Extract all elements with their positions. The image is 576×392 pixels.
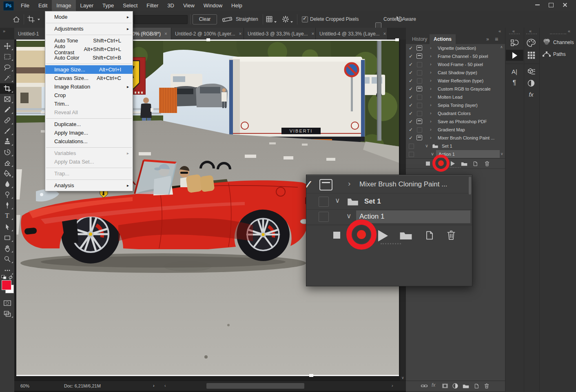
- menu-item-calculations[interactable]: Calculations...: [45, 137, 133, 146]
- minimize-button[interactable]: [530, 0, 544, 10]
- overlay-grid-icon[interactable]: [265, 15, 273, 25]
- new-group-icon[interactable]: [462, 383, 470, 389]
- menu-3d[interactable]: 3D: [163, 0, 179, 11]
- play-button[interactable]: [378, 230, 388, 241]
- status-expand-icon[interactable]: ›: [153, 383, 155, 388]
- new-set-button[interactable]: [399, 230, 413, 241]
- delete-button[interactable]: [484, 160, 490, 167]
- menu-item-image-size[interactable]: Image Size...Alt+Ctrl+I: [45, 65, 133, 74]
- 3d-panel-icon[interactable]: [525, 66, 537, 77]
- menu-item-trim[interactable]: Trim...: [45, 100, 133, 108]
- panel-expand-icon[interactable]: »: [486, 36, 489, 42]
- adjustments-panel-icon[interactable]: [526, 78, 536, 88]
- overlay-action-row[interactable]: ✓ › Mixer Brush Cloning Paint ...: [306, 177, 472, 193]
- tab-close-icon[interactable]: ×: [312, 31, 315, 37]
- delete-layer-icon[interactable]: [484, 383, 490, 389]
- menu-view[interactable]: View: [179, 0, 199, 11]
- rail1-collapse-icon[interactable]: «: [512, 29, 515, 33]
- toggle-box[interactable]: [319, 197, 329, 207]
- swatches-panel-icon[interactable]: [526, 50, 536, 60]
- action-row[interactable]: ✓›Gradient Map: [406, 126, 505, 134]
- delete-button[interactable]: [446, 229, 456, 241]
- straighten-icon[interactable]: [222, 16, 233, 24]
- action-row[interactable]: ✓›Water Reflection (type): [406, 77, 505, 85]
- menu-file[interactable]: File: [16, 0, 34, 11]
- tab-actions[interactable]: Actions: [430, 34, 456, 44]
- character-panel-icon[interactable]: A|: [508, 66, 521, 76]
- eyedropper-tool[interactable]: [0, 104, 14, 115]
- tab-history[interactable]: History: [408, 34, 431, 44]
- screen-mode-icon[interactable]: [0, 308, 14, 319]
- quick-selection-tool[interactable]: [0, 73, 14, 83]
- overlay-scrollbar-thumb[interactable]: [469, 177, 471, 195]
- tab-close-icon[interactable]: ×: [383, 31, 386, 37]
- new-layer-icon[interactable]: [474, 383, 480, 389]
- new-action-button[interactable]: [424, 230, 435, 241]
- menu-item-canvas-size[interactable]: Canvas Size...Alt+Ctrl+C: [45, 74, 133, 82]
- clear-button[interactable]: Clear: [193, 14, 217, 24]
- scroll-right-icon[interactable]: ›: [392, 383, 393, 388]
- scroll-down-icon[interactable]: ∨: [401, 376, 404, 380]
- collapse-icon[interactable]: ∨: [346, 212, 351, 220]
- frame-tool[interactable]: [0, 94, 14, 104]
- scroll-left-icon[interactable]: ‹: [164, 383, 166, 388]
- toolbar-collapse-icon[interactable]: »: [3, 29, 5, 33]
- pen-tool[interactable]: [0, 200, 14, 210]
- action-row[interactable]: ✓›Quadrant Colors: [406, 109, 505, 118]
- delete-cropped-pixels-label[interactable]: Delete Cropped Pixels: [310, 11, 359, 28]
- brush-tool[interactable]: [0, 126, 14, 136]
- path-selection-tool[interactable]: [0, 222, 14, 233]
- move-tool[interactable]: [0, 41, 14, 51]
- close-button[interactable]: [558, 0, 572, 10]
- dodge-tool[interactable]: [0, 189, 14, 200]
- menu-help[interactable]: Help: [227, 0, 247, 11]
- action-row[interactable]: ✓›Mixer Brush Cloning Paint ...: [406, 134, 505, 142]
- overlay-action-child-row[interactable]: ∨ Action 1: [306, 210, 472, 224]
- action-set-row[interactable]: ∨Set 1: [406, 142, 505, 151]
- menu-item-auto-color[interactable]: Auto ColorShift+Ctrl+B: [45, 53, 133, 62]
- menu-item-duplicate[interactable]: Duplicate...: [45, 120, 133, 128]
- actions-panel-icon[interactable]: [506, 50, 523, 61]
- crop-preset-caret[interactable]: [38, 19, 40, 20]
- stop-recording-button[interactable]: [333, 232, 340, 239]
- expand-icon[interactable]: ›: [348, 179, 350, 188]
- menu-item-apply-image[interactable]: Apply Image...: [45, 128, 133, 137]
- menu-item-mode[interactable]: Mode▸: [45, 13, 133, 21]
- paths-label[interactable]: Paths: [553, 51, 566, 57]
- crop-tool-icon[interactable]: [27, 15, 35, 25]
- action-row[interactable]: ✓›Wood Frame - 50 pixel: [406, 60, 505, 69]
- maximize-button[interactable]: [544, 0, 558, 10]
- dialog-toggle-icon[interactable]: [319, 179, 332, 190]
- paint-bucket-tool[interactable]: [0, 168, 14, 179]
- menu-item-auto-contrast[interactable]: Auto ContrastAlt+Shift+Ctrl+L: [45, 45, 133, 53]
- menu-image[interactable]: Image: [52, 0, 75, 11]
- lasso-tool[interactable]: [0, 62, 14, 73]
- toggle-box[interactable]: [319, 212, 329, 222]
- add-mask-icon[interactable]: [442, 383, 448, 389]
- rail3-collapse-icon[interactable]: «: [568, 29, 570, 33]
- history-brush-tool[interactable]: [0, 147, 14, 157]
- link-layers-icon[interactable]: [421, 383, 428, 388]
- channels-icon[interactable]: [542, 38, 552, 47]
- paths-icon[interactable]: [542, 49, 552, 58]
- tab-untitled-3[interactable]: Untitled-3 @ 33,3% (Laye...×: [244, 28, 316, 40]
- action-child-row[interactable]: ∨Action 1∨: [406, 150, 505, 158]
- tab-untitled-2[interactable]: Untitled-2 @ 100% (Layer...×: [171, 28, 244, 40]
- home-icon[interactable]: [12, 16, 20, 25]
- action-row[interactable]: ✓›Custom RGB to Grayscale: [406, 85, 505, 93]
- menu-select[interactable]: Select: [118, 0, 142, 11]
- action-row[interactable]: ✓›Save as Photoshop PDF: [406, 117, 505, 126]
- eraser-tool[interactable]: [0, 157, 14, 168]
- horizontal-scrollbar-thumb[interactable]: [206, 383, 304, 389]
- play-button[interactable]: [451, 161, 455, 166]
- crop-handle-top-center[interactable]: [206, 38, 210, 41]
- crop-handle-top-right[interactable]: [395, 38, 399, 41]
- menu-item-image-rotation[interactable]: Image Rotation▸: [45, 82, 133, 91]
- type-tool[interactable]: T: [0, 210, 14, 221]
- menu-edit[interactable]: Edit: [34, 0, 52, 11]
- tab-close-icon[interactable]: ×: [164, 31, 167, 37]
- reset-icon[interactable]: [395, 15, 403, 25]
- history-panel-icon[interactable]: [508, 38, 521, 48]
- channels-label[interactable]: Channels: [553, 40, 574, 45]
- menu-window[interactable]: Window: [199, 0, 227, 11]
